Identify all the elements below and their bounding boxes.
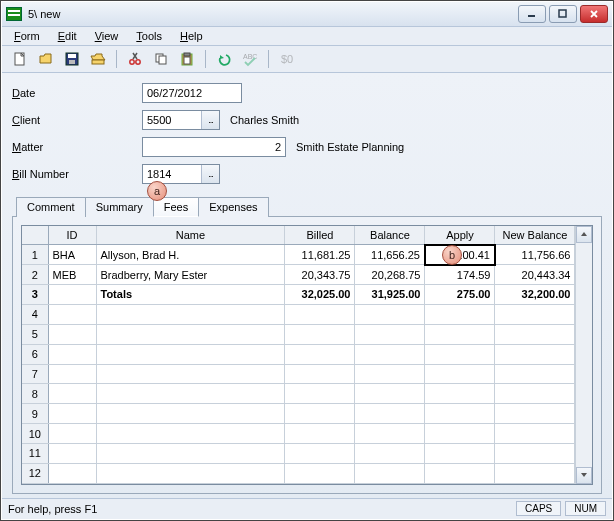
cell[interactable] [285, 444, 355, 464]
cell-name[interactable]: Allyson, Brad H. [96, 245, 285, 265]
menu-help[interactable]: Help [172, 28, 211, 44]
client-lookup[interactable]: ... [142, 110, 220, 130]
row-header[interactable]: 5 [22, 324, 48, 344]
date-field[interactable] [142, 83, 242, 103]
table-row[interactable]: 3Totals32,025.0031,925.00275.0032,200.00 [22, 285, 575, 305]
spellcheck-icon[interactable]: ABC [238, 48, 262, 70]
cell[interactable] [355, 424, 425, 444]
cell[interactable] [48, 384, 96, 404]
cell[interactable] [425, 424, 495, 444]
cell[interactable] [48, 463, 96, 483]
column-header[interactable]: New Balance [495, 226, 575, 245]
cell[interactable] [425, 404, 495, 424]
cell[interactable] [355, 324, 425, 344]
cell[interactable] [425, 463, 495, 483]
menu-tools[interactable]: Tools [128, 28, 170, 44]
row-header[interactable]: 10 [22, 424, 48, 444]
minimize-button[interactable] [518, 5, 546, 23]
cell-balance[interactable]: 31,925.00 [355, 285, 425, 305]
row-header[interactable]: 3 [22, 285, 48, 305]
cell[interactable] [355, 344, 425, 364]
row-header[interactable]: 12 [22, 463, 48, 483]
cell[interactable] [96, 364, 285, 384]
cell[interactable] [355, 304, 425, 324]
fees-grid[interactable]: IDNameBilledBalanceApplyNew Balance 1BHA… [22, 226, 575, 484]
table-row[interactable]: 7 [22, 364, 575, 384]
menu-edit[interactable]: Edit [50, 28, 85, 44]
cell-billed[interactable]: 20,343.75 [285, 265, 355, 285]
open-icon[interactable] [34, 48, 58, 70]
column-header[interactable]: Balance [355, 226, 425, 245]
cell-newbalance[interactable]: 20,443.34 [495, 265, 575, 285]
cell[interactable] [355, 364, 425, 384]
cell[interactable] [425, 384, 495, 404]
grid-scrollbar[interactable] [575, 226, 592, 484]
cell[interactable] [285, 324, 355, 344]
cell-newbalance[interactable]: 32,200.00 [495, 285, 575, 305]
column-header[interactable]: ID [48, 226, 96, 245]
copy-icon[interactable] [149, 48, 173, 70]
cell[interactable] [48, 324, 96, 344]
cell[interactable] [495, 324, 575, 344]
cell[interactable] [96, 344, 285, 364]
table-row[interactable]: 2MEBBradberry, Mary Ester20,343.7520,268… [22, 265, 575, 285]
cell[interactable] [48, 404, 96, 424]
row-header[interactable]: 7 [22, 364, 48, 384]
cell-name[interactable]: Totals [96, 285, 285, 305]
column-header[interactable]: Billed [285, 226, 355, 245]
menu-view[interactable]: View [87, 28, 127, 44]
cell[interactable] [355, 384, 425, 404]
cell[interactable] [495, 444, 575, 464]
cell[interactable] [425, 304, 495, 324]
cell-billed[interactable]: 32,025.00 [285, 285, 355, 305]
money-icon[interactable]: $0 [275, 48, 299, 70]
cell-id[interactable]: BHA [48, 245, 96, 265]
cell[interactable] [355, 404, 425, 424]
column-header[interactable] [22, 226, 48, 245]
scroll-up-icon[interactable] [576, 226, 592, 243]
table-row[interactable]: 6 [22, 344, 575, 364]
cell[interactable] [48, 444, 96, 464]
cell[interactable] [495, 404, 575, 424]
maximize-button[interactable] [549, 5, 577, 23]
new-icon[interactable] [8, 48, 32, 70]
cell[interactable] [96, 424, 285, 444]
cell[interactable] [48, 424, 96, 444]
cell-name[interactable]: Bradberry, Mary Ester [96, 265, 285, 285]
cell[interactable] [96, 384, 285, 404]
cell-balance[interactable]: 20,268.75 [355, 265, 425, 285]
cell[interactable] [425, 324, 495, 344]
cell[interactable] [285, 424, 355, 444]
lookup-icon[interactable]: ... [201, 111, 219, 129]
cell-id[interactable] [48, 285, 96, 305]
row-header[interactable]: 1 [22, 245, 48, 265]
client-code-field[interactable] [143, 111, 201, 129]
table-row[interactable]: 8 [22, 384, 575, 404]
cell-id[interactable]: MEB [48, 265, 96, 285]
table-row[interactable]: 10 [22, 424, 575, 444]
row-header[interactable]: 11 [22, 444, 48, 464]
cell[interactable] [48, 344, 96, 364]
row-header[interactable]: 4 [22, 304, 48, 324]
cell[interactable] [285, 344, 355, 364]
table-row[interactable]: 5 [22, 324, 575, 344]
save-icon[interactable] [60, 48, 84, 70]
table-row[interactable]: 1BHAAllyson, Brad H.11,681.2511,656.2510… [22, 245, 575, 265]
cell-apply[interactable]: 174.59 [425, 265, 495, 285]
tab-comment[interactable]: Comment [16, 197, 86, 217]
cell-billed[interactable]: 11,681.25 [285, 245, 355, 265]
browse-icon[interactable] [86, 48, 110, 70]
cell[interactable] [425, 364, 495, 384]
row-header[interactable]: 6 [22, 344, 48, 364]
tab-summary[interactable]: Summary [85, 197, 154, 217]
cell[interactable] [285, 404, 355, 424]
cell[interactable] [495, 344, 575, 364]
cell[interactable] [96, 444, 285, 464]
cell[interactable] [48, 304, 96, 324]
cell[interactable] [285, 463, 355, 483]
cut-icon[interactable] [123, 48, 147, 70]
cell[interactable] [495, 384, 575, 404]
menu-form[interactable]: Form [6, 28, 48, 44]
matter-field[interactable] [142, 137, 286, 157]
column-header[interactable]: Name [96, 226, 285, 245]
